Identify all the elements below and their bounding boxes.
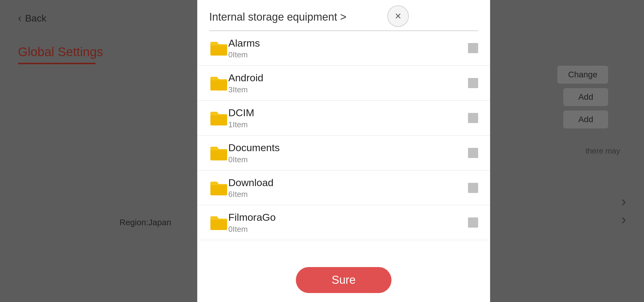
folder-checkbox-documents[interactable] bbox=[468, 148, 478, 158]
folder-checkbox-download[interactable] bbox=[468, 183, 478, 193]
folder-picker-modal: Internal storage equipment > Alarms 0Ite… bbox=[197, 0, 490, 302]
modal-footer: Sure bbox=[197, 258, 490, 302]
folder-item-download[interactable]: Download 6Item bbox=[197, 171, 490, 206]
folder-item-android[interactable]: Android 3Item bbox=[197, 66, 490, 101]
folder-name-documents: Documents bbox=[228, 142, 468, 154]
folder-name-download: Download bbox=[228, 177, 468, 189]
modal-title: Internal storage equipment > bbox=[209, 11, 478, 23]
folder-icon-alarms bbox=[209, 40, 228, 56]
folder-name-alarms: Alarms bbox=[228, 37, 468, 49]
folder-info-filmorago: FilmoraGo 0Item bbox=[228, 211, 468, 234]
folder-name-android: Android bbox=[228, 72, 468, 84]
folder-info-android: Android 3Item bbox=[228, 72, 468, 94]
folder-icon-dcim bbox=[209, 110, 228, 126]
folder-info-download: Download 6Item bbox=[228, 177, 468, 199]
folder-icon-filmorago bbox=[209, 214, 228, 231]
folder-info-dcim: DCIM 1Item bbox=[228, 107, 468, 129]
folder-icon-documents bbox=[209, 145, 228, 161]
folder-checkbox-filmorago[interactable] bbox=[468, 217, 478, 228]
folder-item-alarms[interactable]: Alarms 0Item bbox=[197, 31, 490, 66]
folder-count-documents: 0Item bbox=[228, 155, 468, 164]
folder-icon-android bbox=[209, 75, 228, 91]
folder-checkbox-alarms[interactable] bbox=[468, 43, 478, 53]
folder-count-android: 3Item bbox=[228, 85, 468, 94]
folder-checkbox-dcim[interactable] bbox=[468, 113, 478, 123]
folder-count-alarms: 0Item bbox=[228, 50, 468, 59]
folder-info-documents: Documents 0Item bbox=[228, 142, 468, 164]
folder-count-filmorago: 0Item bbox=[228, 225, 468, 234]
close-button[interactable]: × bbox=[387, 5, 409, 27]
folder-item-filmorago[interactable]: FilmoraGo 0Item bbox=[197, 205, 490, 240]
modal-wrapper: × Internal storage equipment > Alarms 0I… bbox=[99, 0, 391, 302]
modal-header: Internal storage equipment > bbox=[197, 0, 490, 31]
folder-info-alarms: Alarms 0Item bbox=[228, 37, 468, 60]
folder-count-dcim: 1Item bbox=[228, 120, 468, 129]
folder-item-documents[interactable]: Documents 0Item bbox=[197, 136, 490, 171]
folder-count-download: 6Item bbox=[228, 190, 468, 199]
folder-checkbox-android[interactable] bbox=[468, 78, 478, 88]
folder-name-filmorago: FilmoraGo bbox=[228, 211, 468, 223]
close-icon: × bbox=[395, 10, 401, 22]
folder-icon-download bbox=[209, 180, 228, 196]
sure-button[interactable]: Sure bbox=[296, 267, 391, 293]
folder-name-dcim: DCIM bbox=[228, 107, 468, 119]
folder-list: Alarms 0Item Android 3Item bbox=[197, 31, 490, 258]
folder-item-dcim[interactable]: DCIM 1Item bbox=[197, 101, 490, 136]
